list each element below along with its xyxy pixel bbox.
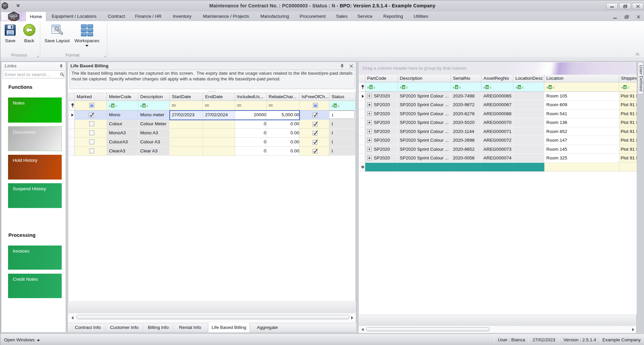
- svg-text:C: C: [146, 105, 148, 108]
- svg-text:A: A: [516, 86, 517, 89]
- svg-text:C: C: [115, 105, 117, 108]
- svg-text:A: A: [400, 86, 401, 89]
- svg-text:A: A: [546, 86, 548, 89]
- svg-text:C: C: [406, 86, 408, 89]
- svg-text:A: A: [367, 86, 369, 89]
- svg-text:C: C: [373, 86, 375, 89]
- svg-text:A: A: [331, 105, 333, 108]
- svg-text:C: C: [552, 86, 554, 89]
- svg-text:C: C: [522, 86, 524, 89]
- svg-text:B: B: [518, 85, 521, 89]
- svg-text:B: B: [624, 85, 627, 89]
- svg-text:A: A: [621, 86, 623, 89]
- svg-text:C: C: [628, 86, 630, 89]
- svg-text:B: B: [486, 85, 489, 89]
- svg-text:B: B: [370, 85, 372, 89]
- svg-text:C: C: [459, 86, 461, 89]
- svg-text:C: C: [490, 86, 492, 89]
- svg-text:A: A: [140, 105, 142, 108]
- svg-text:A: A: [453, 86, 454, 89]
- svg-text:A: A: [483, 86, 485, 89]
- svg-text:A: A: [109, 105, 111, 108]
- svg-text:C: C: [338, 105, 340, 108]
- svg-text:B: B: [456, 85, 458, 89]
- svg-text:B: B: [402, 85, 405, 89]
- svg-text:B: B: [112, 104, 114, 108]
- svg-text:B: B: [334, 104, 337, 108]
- svg-text:B: B: [549, 85, 551, 89]
- svg-text:B: B: [143, 104, 145, 108]
